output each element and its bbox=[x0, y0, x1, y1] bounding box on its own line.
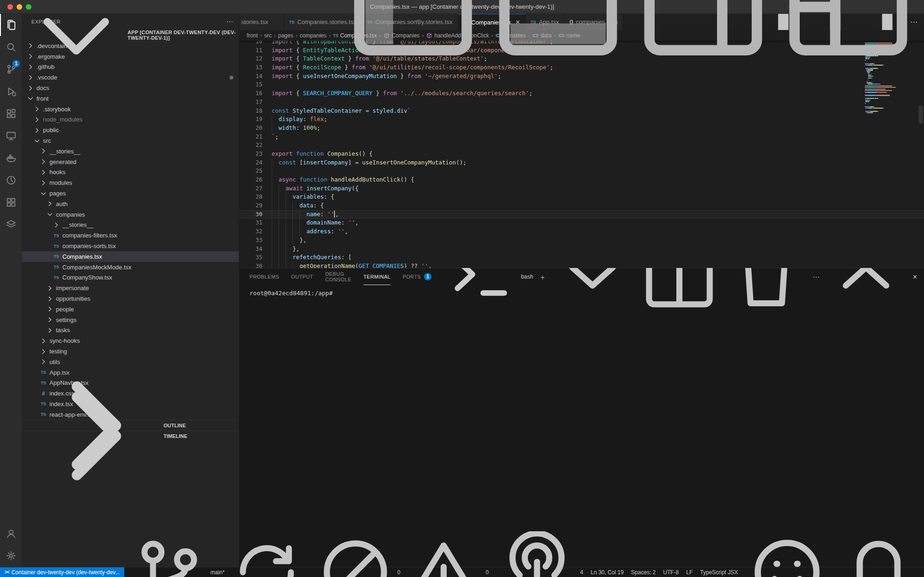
panel-tab-debug-console[interactable]: DEBUG CONSOLE bbox=[325, 268, 352, 285]
tree-folder-hooks[interactable]: hooks bbox=[22, 167, 239, 178]
close-window-button[interactable] bbox=[7, 4, 13, 10]
activity-layers[interactable] bbox=[0, 213, 22, 236]
activity-extensions[interactable] bbox=[0, 103, 22, 125]
tree-folder-auth[interactable]: auth bbox=[22, 199, 239, 209]
activity-remote-explorer[interactable] bbox=[0, 125, 22, 147]
activity-accounts[interactable] bbox=[0, 522, 22, 545]
timeline-section-header[interactable]: TIMELINE bbox=[22, 431, 239, 441]
code-line-15[interactable]: 15 bbox=[239, 80, 924, 89]
activity-source-control[interactable]: 1 bbox=[0, 58, 22, 80]
code-line-29[interactable]: 29data: { bbox=[239, 201, 924, 210]
tree-folder-__stories__[interactable]: __stories__ bbox=[22, 220, 239, 231]
notifications-bell[interactable] bbox=[833, 567, 924, 577]
code-line-17[interactable]: 17 bbox=[239, 98, 924, 107]
breadcrumb-companies[interactable]: companies bbox=[300, 32, 327, 39]
code-line-16[interactable]: 16import { SEARCH_COMPANY_QUERY } from '… bbox=[239, 89, 924, 98]
terminal-output[interactable]: root@0a42ecd84891:/app# bbox=[239, 285, 924, 567]
indentation-status[interactable]: Spaces: 2 bbox=[627, 567, 659, 577]
git-branch-icon bbox=[128, 532, 208, 577]
panel-tab-problems[interactable]: PROBLEMS bbox=[249, 268, 279, 285]
git-branch-status[interactable]: main* bbox=[124, 567, 310, 577]
tab-stories.tsx[interactable]: stories.tsx bbox=[239, 14, 284, 30]
panel-tab-ports[interactable]: PORTS1 bbox=[402, 268, 432, 285]
tree-folder-companies[interactable]: companies bbox=[22, 209, 239, 220]
activity-history[interactable] bbox=[0, 169, 22, 191]
activity-settings[interactable] bbox=[0, 545, 22, 567]
code-line-32[interactable]: 32address: '', bbox=[239, 227, 924, 236]
panel-more-actions-icon[interactable]: ⋯ bbox=[813, 273, 820, 280]
explorer-more-actions-icon[interactable]: ⋯ bbox=[226, 18, 233, 26]
code-line-24[interactable]: 24const [insertCompany] = useInsertOneCo… bbox=[239, 158, 924, 167]
tree-folder-sync-hooks[interactable]: sync-hooks bbox=[22, 335, 239, 346]
chevron-right-icon bbox=[46, 327, 54, 334]
tree-folder-modules[interactable]: modules bbox=[22, 177, 239, 188]
code-line-31[interactable]: 31domainName: '', bbox=[239, 219, 924, 227]
customize-layout-icon[interactable] bbox=[779, 0, 918, 76]
line-number: 15 bbox=[239, 80, 262, 89]
tree-folder-settings[interactable]: settings bbox=[22, 315, 239, 325]
eol-status[interactable]: LF bbox=[682, 567, 696, 577]
language-mode-status[interactable]: TypeScript JSX bbox=[696, 567, 742, 577]
tree-file-CompaniesMockMode.tsx[interactable]: TSCompaniesMockMode.tsx bbox=[22, 262, 239, 273]
activity-explorer[interactable] bbox=[0, 14, 22, 36]
panel-tab-output[interactable]: OUTPUT bbox=[291, 268, 313, 285]
workspace-section-header[interactable]: APP [CONTAINER DEV-TWENTY-DEV (DEV-TWENT… bbox=[22, 29, 239, 41]
tree-file-Companies.tsx[interactable]: TSCompanies.tsx bbox=[22, 251, 239, 262]
tree-folder-pages[interactable]: pages bbox=[22, 188, 239, 199]
code-line-36[interactable]: 36getOperationName(GET_COMPANIES) ?? '', bbox=[239, 262, 924, 268]
encoding-status[interactable]: UTF-8 bbox=[659, 567, 682, 577]
tree-folder-.storybook[interactable]: .storybook bbox=[22, 104, 239, 115]
breadcrumb-src[interactable]: src bbox=[264, 32, 272, 39]
code-line-28[interactable]: 28variables: { bbox=[239, 193, 924, 201]
tree-folder-people[interactable]: people bbox=[22, 304, 239, 315]
toggle-secondary-sidebar-icon[interactable] bbox=[634, 0, 772, 76]
tree-folder-front[interactable]: front bbox=[22, 93, 239, 104]
problems-status[interactable]: 0 0 bbox=[311, 567, 492, 577]
minimize-window-button[interactable] bbox=[17, 4, 22, 10]
toggle-panel-icon[interactable] bbox=[489, 0, 627, 76]
code-line-26[interactable]: 26async function handleAddButtonClick() … bbox=[239, 176, 924, 184]
code-line-18[interactable]: 18const StyledTableContainer = styled.di… bbox=[239, 107, 924, 115]
activity-search[interactable] bbox=[0, 36, 22, 58]
tree-file-companies-sorts.tsx[interactable]: TScompanies-sorts.tsx bbox=[22, 241, 239, 251]
editor-scrollbar[interactable] bbox=[918, 105, 923, 124]
code-line-20[interactable]: 20width: 100%; bbox=[239, 124, 924, 133]
tree-folder-src[interactable]: src bbox=[22, 135, 239, 146]
line-number: 34 bbox=[239, 245, 262, 254]
activity-run-and-debug[interactable] bbox=[0, 80, 22, 103]
tree-file-CompanyShow.tsx[interactable]: TSCompanyShow.tsx bbox=[22, 273, 239, 283]
feedback-smiley-icon[interactable] bbox=[742, 567, 833, 577]
ports-status[interactable]: 4 bbox=[492, 567, 587, 577]
cursor-position-status[interactable]: Ln 30, Col 19 bbox=[587, 567, 627, 577]
code-line-33[interactable]: 33}, bbox=[239, 236, 924, 245]
code-line-23[interactable]: 23export function Companies() { bbox=[239, 150, 924, 158]
breadcrumb-front[interactable]: front bbox=[247, 32, 258, 39]
code-line-22[interactable]: 22 bbox=[239, 141, 924, 150]
breadcrumb-pages[interactable]: pages bbox=[278, 32, 293, 39]
tree-folder-generated[interactable]: generated bbox=[22, 157, 239, 167]
code-line-35[interactable]: 35refetchQueries: [ bbox=[239, 253, 924, 262]
tree-folder-opportunities[interactable]: opportunities bbox=[22, 293, 239, 304]
tree-folder-public[interactable]: public bbox=[22, 125, 239, 135]
gear-icon bbox=[6, 550, 17, 561]
code-line-34[interactable]: 34}, bbox=[239, 245, 924, 254]
tree-file-companies-filters.tsx[interactable]: TScompanies-filters.tsx bbox=[22, 230, 239, 241]
code-line-27[interactable]: 27await insertCompany({ bbox=[239, 184, 924, 193]
panel-tab-terminal[interactable]: TERMINAL bbox=[364, 268, 391, 285]
activity-test-explorer[interactable] bbox=[0, 191, 22, 213]
new-terminal-icon[interactable]: ＋ bbox=[539, 273, 546, 280]
toggle-sidebar-icon[interactable] bbox=[344, 0, 482, 76]
tree-folder-__stories__[interactable]: __stories__ bbox=[22, 146, 239, 157]
tree-folder-testing[interactable]: testing bbox=[22, 346, 239, 357]
close-panel-icon[interactable]: ✕ bbox=[912, 274, 918, 280]
code-line-19[interactable]: 19display: flex; bbox=[239, 115, 924, 124]
tree-folder-tasks[interactable]: tasks bbox=[22, 325, 239, 336]
code-line-21[interactable]: 21`; bbox=[239, 133, 924, 141]
code-line-25[interactable]: 25 bbox=[239, 167, 924, 176]
code-line-30[interactable]: 30name: '', bbox=[239, 210, 924, 219]
remote-indicator[interactable]: >< Container dev-twenty-dev (dev-twenty-… bbox=[0, 567, 124, 577]
tree-folder-node_modules[interactable]: node_modules bbox=[22, 115, 239, 125]
tree-folder-impersonate[interactable]: impersonate bbox=[22, 283, 239, 293]
line-number: 31 bbox=[239, 219, 262, 227]
activity-docker[interactable] bbox=[0, 147, 22, 169]
